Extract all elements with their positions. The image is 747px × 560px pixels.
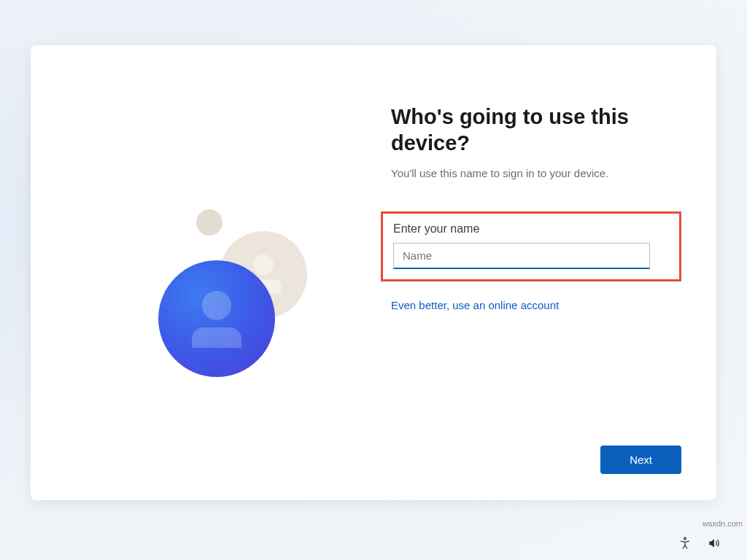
- accessibility-icon[interactable]: [677, 535, 693, 551]
- watermark: wsxdn.com: [703, 519, 743, 528]
- taskbar-icons: [677, 535, 722, 551]
- name-input[interactable]: [393, 243, 650, 269]
- small-dot-icon: [196, 209, 222, 236]
- svg-point-0: [684, 537, 686, 540]
- page-subtitle: You'll use this name to sign in to your …: [391, 167, 681, 179]
- setup-card: Who's going to use this device? You'll u…: [31, 45, 716, 500]
- illustration-pane: [31, 45, 378, 500]
- page-title: Who's going to use this device?: [391, 104, 654, 157]
- person-avatar-icon: [158, 260, 275, 377]
- user-illustration: [158, 209, 319, 370]
- next-button[interactable]: Next: [600, 446, 681, 474]
- name-field-label: Enter your name: [393, 222, 669, 236]
- online-account-link[interactable]: Even better, use an online account: [391, 299, 681, 311]
- volume-icon[interactable]: [706, 535, 722, 551]
- name-field-highlight: Enter your name: [381, 211, 681, 281]
- form-pane: Who's going to use this device? You'll u…: [378, 45, 716, 500]
